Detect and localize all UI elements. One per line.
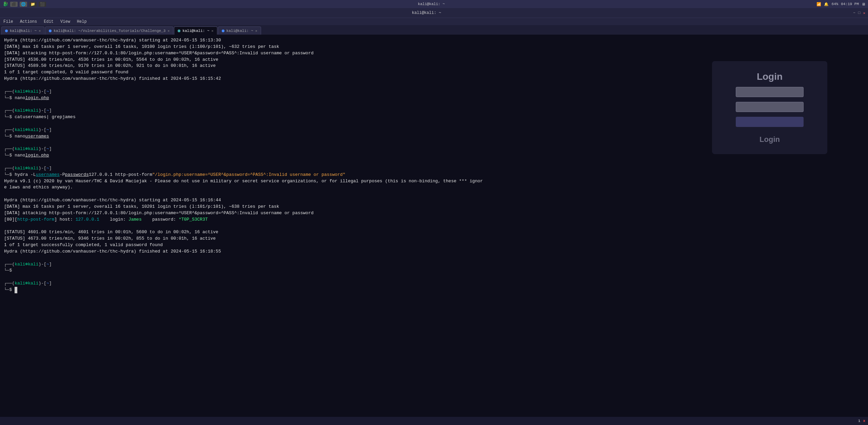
menu-file[interactable]: File — [2, 19, 15, 24]
terminal-window: kali@kali: ~ − □ ✕ File Actions Edit Vie… — [0, 8, 868, 425]
status-line-num: 1 — [858, 419, 861, 423]
system-bar-center: kali@kali: ~ — [418, 2, 445, 6]
app-icon-2[interactable]: ⬛ — [10, 2, 18, 7]
terminal-line: Hydra v9.1 (c) 2020 by van Hauser/THC & … — [4, 178, 864, 185]
tab-1-indicator — [5, 30, 8, 32]
tab-2-label: kali@kali: ~/Vulnerabilities_Tutorials/C… — [54, 29, 165, 33]
login-submit-button[interactable] — [736, 117, 804, 127]
app-icon-4[interactable]: 📁 — [29, 2, 37, 7]
menu-view[interactable]: View — [59, 19, 72, 24]
terminal-line: [STATUS] 4673.00 tries/min, 9346 tries i… — [4, 236, 864, 242]
system-bar-right: 📶 🔔 64% 04:19 PM 🖥 — [816, 2, 865, 6]
tab-1-close[interactable]: ✕ — [39, 29, 41, 33]
app-icon-1[interactable]: 🐉 — [3, 1, 8, 7]
login-username-input[interactable] — [736, 87, 804, 97]
tab-bar: kali@kali: ~ ✕ kali@kali: ~/Vulnerabilit… — [0, 25, 868, 35]
tab-2[interactable]: kali@kali: ~/Vulnerabilities_Tutorials/C… — [45, 26, 173, 35]
volume-icon: 🔔 — [824, 2, 829, 6]
terminal-blank — [4, 223, 864, 229]
terminal-blank — [4, 255, 864, 261]
login-overlay-title2: Login — [760, 135, 780, 144]
status-bar: 1 x — [0, 417, 868, 425]
tab-4[interactable]: kali@kali: ~ ✕ — [218, 26, 261, 35]
close-button[interactable]: ✕ — [863, 11, 865, 15]
tab-3-indicator — [178, 30, 180, 32]
tab-4-label: kali@kali: ~ — [226, 29, 253, 33]
login-overlay: Login Login — [712, 61, 827, 154]
tab-3-close[interactable]: ✕ — [212, 29, 214, 33]
monitor-icon: 🖥 — [862, 2, 865, 6]
terminal-line: Hydra (https://github.com/vanhauser-thc/… — [4, 197, 864, 204]
tab-3[interactable]: kali@kali: ~ ✕ — [174, 26, 217, 35]
terminal-line: [DATA] attacking http-post-form://127.0.… — [4, 210, 864, 217]
battery-display: 64% — [831, 2, 838, 6]
terminal-line: 1 of 1 target successfully completed, 1 … — [4, 242, 864, 248]
menu-help[interactable]: Help — [76, 19, 88, 24]
terminal-blank — [4, 159, 864, 165]
system-bar-left: 🐉 ⬛ 🌐 📁 ⬛ — [3, 1, 46, 7]
maximize-button[interactable]: □ — [858, 11, 861, 15]
network-icon: 📶 — [816, 2, 821, 6]
terminal-line: [DATA] max 16 tasks per 1 server, overal… — [4, 204, 864, 210]
tab-3-label: kali@kali: ~ — [182, 29, 209, 33]
terminal-blank — [4, 274, 864, 280]
tab-2-indicator — [49, 30, 52, 32]
menu-actions[interactable]: Actions — [19, 19, 38, 24]
terminal-blank — [4, 191, 864, 197]
prompt-line-6: ┌──(kali⊛kali)-[~] — [4, 261, 864, 268]
tab-1[interactable]: kali@kali: ~ ✕ — [1, 26, 44, 35]
terminal-icon[interactable]: ⬛ — [39, 2, 46, 7]
prompt-line-7: ┌──(kali⊛kali)-[~] — [4, 280, 864, 287]
title-bar: kali@kali: ~ − □ ✕ — [0, 8, 868, 18]
terminal-line: Hydra (https://github.com/vanhauser-thc/… — [4, 37, 864, 44]
window-controls: − □ ✕ — [853, 11, 865, 15]
status-x-label: x — [863, 419, 865, 423]
tab-4-indicator — [222, 30, 224, 32]
login-overlay-title: Login — [757, 71, 783, 82]
minimize-button[interactable]: − — [853, 11, 855, 15]
prompt-line-5: ┌──(kali⊛kali)-[~] — [4, 165, 864, 172]
menu-bar: File Actions Edit View Help — [0, 18, 868, 25]
app-icon-3[interactable]: 🌐 — [20, 2, 27, 7]
terminal-line: [DATA] attacking http-post-form://127.0.… — [4, 50, 864, 57]
terminal-line: [DATA] max 16 tasks per 1 server, overal… — [4, 44, 864, 50]
window-title: kali@kali: ~ — [3, 11, 850, 15]
terminal-line: e laws and ethics anyway). — [4, 184, 864, 191]
menu-edit[interactable]: Edit — [42, 19, 55, 24]
prompt-cmd-7: └─$ — [4, 287, 864, 293]
tab-1-label: kali@kali: ~ — [10, 29, 37, 33]
tab-2-close[interactable]: ✕ — [167, 29, 170, 33]
prompt-cmd-6: └─$ — [4, 267, 864, 274]
time-display: 04:19 PM — [841, 2, 859, 6]
terminal-line: Hydra (https://github.com/vanhauser-thc/… — [4, 248, 864, 255]
tab-4-close[interactable]: ✕ — [255, 29, 257, 33]
system-bar: 🐉 ⬛ 🌐 📁 ⬛ kali@kali: ~ 📶 🔔 64% 04:19 PM … — [0, 0, 868, 8]
terminal-line: [STATUS] 4601.00 tries/min, 4601 tries i… — [4, 229, 864, 236]
prompt-cmd-5: └─$ hydra -L usernames -P passwords 127.… — [4, 172, 864, 178]
terminal-found-line: [80][http-post-form] host: 127.0.0.1 log… — [4, 217, 864, 223]
login-password-input[interactable] — [736, 102, 804, 112]
